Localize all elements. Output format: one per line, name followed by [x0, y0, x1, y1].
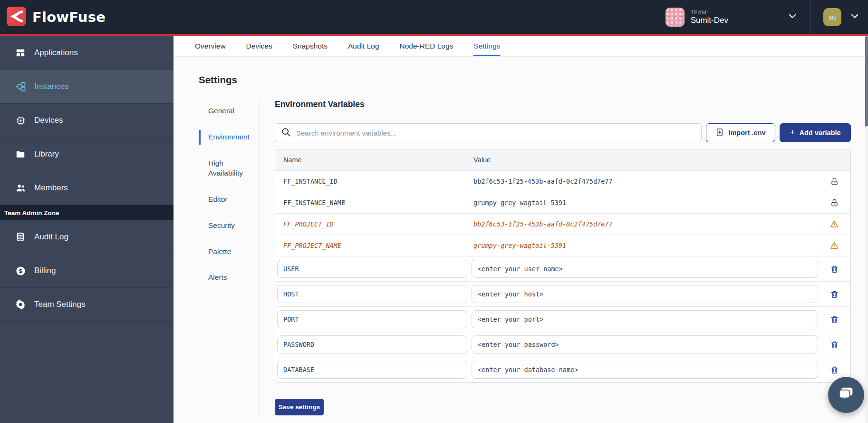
page-title: Settings — [199, 74, 851, 86]
env-value-input[interactable] — [472, 335, 818, 354]
sidebar-section-team-admin-zone: Team Admin Zone — [0, 205, 174, 220]
settings-subnav: General Environment High Availability Ed… — [199, 99, 260, 415]
gear-icon — [15, 299, 26, 310]
subnav-item-high-availability[interactable]: High Availability — [199, 156, 254, 181]
dollar-circle-icon: $ — [15, 265, 26, 276]
sidebar-item-label: Members — [34, 183, 68, 193]
chat-bubbles-icon — [837, 384, 856, 405]
user-menu[interactable]: su — [810, 0, 868, 34]
sidebar-item-audit-log[interactable]: Audit Log — [0, 220, 174, 254]
chat-widget-button[interactable] — [828, 377, 864, 413]
search-box — [275, 123, 702, 142]
applications-grid-icon — [15, 47, 26, 59]
column-header-name: Name — [275, 156, 473, 164]
instance-tabs: Overview Devices Snapshots Audit Log Nod… — [174, 36, 868, 57]
instances-branch-icon — [15, 81, 26, 92]
warning-icon — [818, 219, 850, 229]
plus-icon: + — [790, 127, 795, 138]
sidebar-item-label: Instances — [34, 82, 69, 91]
delete-variable-button[interactable] — [818, 290, 850, 299]
tab-node-red-logs[interactable]: Node-RED Logs — [400, 36, 453, 56]
lock-icon — [818, 198, 850, 207]
sidebar-item-label: Devices — [34, 116, 63, 125]
user-avatar: su — [823, 8, 841, 26]
env-value-input[interactable] — [472, 310, 818, 328]
sidebar-item-label: Team Settings — [34, 300, 86, 309]
scrollbar-thumb[interactable] — [865, 36, 868, 127]
accent-red-line — [0, 34, 868, 36]
env-name-input[interactable] — [277, 310, 467, 328]
env-name-input[interactable] — [277, 361, 467, 379]
team-name: Sumit-Dev — [691, 16, 728, 25]
users-icon — [15, 182, 26, 194]
database-icon — [15, 231, 26, 243]
environment-variables-section: Environment Variables Import .env — [275, 99, 851, 415]
env-value-input[interactable] — [472, 285, 818, 303]
env-name-input[interactable] — [277, 260, 467, 278]
table-row — [275, 306, 850, 332]
folder-icon — [15, 148, 26, 160]
table-row: FF_PROJECT_NAME grumpy-grey-wagtail-5391 — [275, 235, 850, 256]
chevron-down-icon — [849, 10, 860, 24]
subnav-item-editor[interactable]: Editor — [199, 192, 254, 207]
table-row — [275, 357, 850, 382]
tab-snapshots[interactable]: Snapshots — [293, 36, 328, 56]
env-name-input[interactable] — [277, 335, 467, 354]
import-file-icon — [715, 128, 724, 138]
sidebar-item-label: Billing — [34, 266, 56, 275]
sidebar-item-library[interactable]: Library — [0, 138, 174, 171]
tab-settings[interactable]: Settings — [473, 36, 500, 56]
sidebar: Applications Instances Devices Library M… — [0, 36, 174, 423]
delete-variable-button[interactable] — [818, 265, 850, 274]
delete-variable-button[interactable] — [818, 365, 850, 374]
env-variables-table: Name Value FF_INSTANCE_ID bb2f6c53-1f25-… — [275, 149, 851, 383]
table-header-row: Name Value — [275, 149, 850, 170]
add-variable-button[interactable]: + Add variable — [780, 123, 851, 142]
tab-audit-log[interactable]: Audit Log — [348, 36, 379, 56]
table-row — [275, 256, 850, 281]
table-row — [275, 281, 850, 306]
sidebar-item-devices[interactable]: Devices — [0, 104, 174, 138]
save-settings-button[interactable]: Save settings — [275, 399, 324, 415]
search-input[interactable] — [296, 129, 695, 137]
table-row: FF_INSTANCE_ID bb2f6c53-1f25-453b-aafd-0… — [275, 170, 850, 192]
scrollbar[interactable] — [865, 36, 868, 423]
title-divider — [199, 94, 851, 94]
subnav-item-security[interactable]: Security — [199, 218, 254, 233]
section-heading: Environment Variables — [275, 99, 851, 116]
lock-icon — [818, 177, 850, 186]
column-header-value: Value — [473, 156, 818, 164]
env-name-input[interactable] — [277, 285, 467, 303]
env-value-input[interactable] — [472, 361, 818, 379]
brand[interactable]: FlowFuse — [0, 7, 106, 28]
team-avatar — [665, 8, 685, 27]
sidebar-item-billing[interactable]: $ Billing — [0, 254, 174, 288]
main-content: Overview Devices Snapshots Audit Log Nod… — [174, 36, 868, 423]
subnav-item-palette[interactable]: Palette — [199, 245, 254, 259]
sidebar-item-applications[interactable]: Applications — [0, 36, 174, 70]
delete-variable-button[interactable] — [818, 340, 850, 349]
sidebar-item-team-settings[interactable]: Team Settings — [0, 288, 174, 322]
team-selector[interactable]: TEAM: Sumit-Dev — [657, 0, 810, 34]
svg-text:$: $ — [19, 267, 23, 274]
subnav-item-general[interactable]: General — [199, 104, 254, 118]
sidebar-item-members[interactable]: Members — [0, 171, 174, 205]
warning-icon — [818, 241, 850, 250]
tab-overview[interactable]: Overview — [195, 36, 226, 56]
team-label: TEAM: — [691, 10, 728, 16]
subnav-item-environment[interactable]: Environment — [199, 130, 254, 145]
table-row — [275, 332, 850, 357]
search-icon — [281, 127, 291, 139]
subnav-item-alerts[interactable]: Alerts — [199, 270, 254, 285]
sidebar-item-instances[interactable]: Instances — [0, 70, 174, 104]
delete-variable-button[interactable] — [818, 315, 850, 324]
chevron-down-icon — [787, 10, 798, 24]
sidebar-item-label: Library — [34, 149, 59, 159]
import-env-button[interactable]: Import .env — [706, 123, 775, 142]
sidebar-item-label: Applications — [34, 48, 78, 58]
table-row: FF_PROJECT_ID bb2f6c53-1f25-453b-aafd-0c… — [275, 213, 850, 235]
env-value-input[interactable] — [472, 260, 818, 278]
tab-devices[interactable]: Devices — [246, 36, 272, 56]
env-toolbar: Import .env + Add variable — [275, 123, 851, 142]
brand-name: FlowFuse — [32, 9, 106, 25]
